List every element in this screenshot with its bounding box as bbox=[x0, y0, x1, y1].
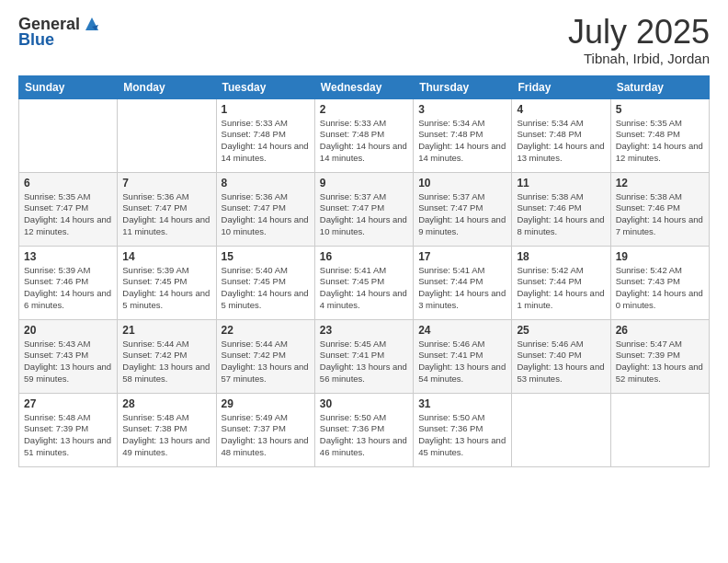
day-info: Sunrise: 5:43 AM Sunset: 7:43 PM Dayligh… bbox=[24, 339, 112, 385]
day-number: 5 bbox=[616, 103, 704, 116]
day-info: Sunrise: 5:39 AM Sunset: 7:46 PM Dayligh… bbox=[24, 265, 112, 312]
calendar-cell: 1Sunrise: 5:33 AM Sunset: 7:48 PM Daylig… bbox=[216, 98, 314, 172]
day-info: Sunrise: 5:35 AM Sunset: 7:47 PM Dayligh… bbox=[24, 191, 112, 238]
calendar-cell: 15Sunrise: 5:40 AM Sunset: 7:45 PM Dayli… bbox=[216, 246, 314, 319]
calendar-cell: 24Sunrise: 5:46 AM Sunset: 7:41 PM Dayli… bbox=[414, 319, 512, 393]
week-row-0: 1Sunrise: 5:33 AM Sunset: 7:48 PM Daylig… bbox=[19, 98, 710, 172]
week-row-4: 27Sunrise: 5:48 AM Sunset: 7:39 PM Dayli… bbox=[19, 393, 710, 466]
day-number: 31 bbox=[418, 397, 506, 410]
header: General Blue July 2025 Tibnah, Irbid, Jo… bbox=[18, 14, 710, 66]
calendar-cell bbox=[512, 393, 610, 466]
day-info: Sunrise: 5:34 AM Sunset: 7:48 PM Dayligh… bbox=[517, 118, 605, 165]
day-number: 4 bbox=[517, 103, 605, 116]
day-info: Sunrise: 5:45 AM Sunset: 7:41 PM Dayligh… bbox=[320, 339, 408, 385]
day-info: Sunrise: 5:44 AM Sunset: 7:42 PM Dayligh… bbox=[122, 339, 210, 385]
day-info: Sunrise: 5:37 AM Sunset: 7:47 PM Dayligh… bbox=[320, 191, 408, 238]
day-info: Sunrise: 5:50 AM Sunset: 7:36 PM Dayligh… bbox=[320, 412, 408, 459]
header-wednesday: Wednesday bbox=[314, 75, 413, 98]
day-number: 12 bbox=[616, 177, 704, 190]
calendar-cell: 22Sunrise: 5:44 AM Sunset: 7:42 PM Dayli… bbox=[216, 319, 314, 393]
calendar-cell: 2Sunrise: 5:33 AM Sunset: 7:48 PM Daylig… bbox=[314, 98, 413, 172]
calendar-cell bbox=[19, 98, 118, 172]
calendar-cell: 12Sunrise: 5:38 AM Sunset: 7:46 PM Dayli… bbox=[610, 172, 709, 246]
day-info: Sunrise: 5:47 AM Sunset: 7:39 PM Dayligh… bbox=[616, 339, 704, 385]
header-thursday: Thursday bbox=[414, 75, 512, 98]
calendar-cell: 3Sunrise: 5:34 AM Sunset: 7:48 PM Daylig… bbox=[414, 98, 512, 172]
week-row-3: 20Sunrise: 5:43 AM Sunset: 7:43 PM Dayli… bbox=[19, 319, 710, 393]
day-number: 15 bbox=[222, 250, 310, 263]
calendar-cell: 9Sunrise: 5:37 AM Sunset: 7:47 PM Daylig… bbox=[314, 172, 413, 246]
day-number: 13 bbox=[24, 250, 112, 263]
day-info: Sunrise: 5:41 AM Sunset: 7:44 PM Dayligh… bbox=[418, 265, 506, 312]
calendar-cell: 26Sunrise: 5:47 AM Sunset: 7:39 PM Dayli… bbox=[610, 319, 709, 393]
calendar-cell: 19Sunrise: 5:42 AM Sunset: 7:43 PM Dayli… bbox=[610, 246, 709, 319]
day-number: 16 bbox=[320, 250, 408, 263]
day-info: Sunrise: 5:44 AM Sunset: 7:42 PM Dayligh… bbox=[222, 339, 310, 385]
day-number: 10 bbox=[418, 177, 506, 190]
day-number: 23 bbox=[320, 324, 408, 337]
calendar-cell: 25Sunrise: 5:46 AM Sunset: 7:40 PM Dayli… bbox=[512, 319, 610, 393]
day-info: Sunrise: 5:37 AM Sunset: 7:47 PM Dayligh… bbox=[418, 191, 506, 238]
logo-icon bbox=[82, 14, 102, 34]
day-number: 14 bbox=[122, 250, 210, 263]
calendar-cell bbox=[610, 393, 709, 466]
calendar-cell: 21Sunrise: 5:44 AM Sunset: 7:42 PM Dayli… bbox=[118, 319, 216, 393]
day-number: 24 bbox=[418, 324, 506, 337]
day-number: 11 bbox=[517, 177, 605, 190]
day-info: Sunrise: 5:38 AM Sunset: 7:46 PM Dayligh… bbox=[616, 191, 704, 238]
day-number: 9 bbox=[320, 177, 408, 190]
calendar-cell: 28Sunrise: 5:48 AM Sunset: 7:38 PM Dayli… bbox=[118, 393, 216, 466]
header-friday: Friday bbox=[512, 75, 610, 98]
calendar-cell: 6Sunrise: 5:35 AM Sunset: 7:47 PM Daylig… bbox=[19, 172, 118, 246]
day-info: Sunrise: 5:34 AM Sunset: 7:48 PM Dayligh… bbox=[418, 118, 506, 165]
day-number: 19 bbox=[616, 250, 704, 263]
day-number: 6 bbox=[24, 177, 112, 190]
header-monday: Monday bbox=[118, 75, 216, 98]
calendar-cell: 5Sunrise: 5:35 AM Sunset: 7:48 PM Daylig… bbox=[610, 98, 709, 172]
calendar-cell: 17Sunrise: 5:41 AM Sunset: 7:44 PM Dayli… bbox=[414, 246, 512, 319]
page: General Blue July 2025 Tibnah, Irbid, Jo… bbox=[0, 0, 728, 563]
header-saturday: Saturday bbox=[610, 75, 709, 98]
day-info: Sunrise: 5:36 AM Sunset: 7:47 PM Dayligh… bbox=[222, 191, 310, 238]
calendar-cell: 13Sunrise: 5:39 AM Sunset: 7:46 PM Dayli… bbox=[19, 246, 118, 319]
logo-blue-text: Blue bbox=[18, 30, 54, 50]
day-number: 7 bbox=[122, 177, 210, 190]
day-number: 21 bbox=[122, 324, 210, 337]
day-info: Sunrise: 5:33 AM Sunset: 7:48 PM Dayligh… bbox=[222, 118, 310, 165]
calendar-cell: 31Sunrise: 5:50 AM Sunset: 7:36 PM Dayli… bbox=[414, 393, 512, 466]
calendar-cell: 27Sunrise: 5:48 AM Sunset: 7:39 PM Dayli… bbox=[19, 393, 118, 466]
calendar-cell: 14Sunrise: 5:39 AM Sunset: 7:45 PM Dayli… bbox=[118, 246, 216, 319]
day-number: 17 bbox=[418, 250, 506, 263]
week-row-2: 13Sunrise: 5:39 AM Sunset: 7:46 PM Dayli… bbox=[19, 246, 710, 319]
calendar-cell: 8Sunrise: 5:36 AM Sunset: 7:47 PM Daylig… bbox=[216, 172, 314, 246]
calendar-cell: 23Sunrise: 5:45 AM Sunset: 7:41 PM Dayli… bbox=[314, 319, 413, 393]
day-info: Sunrise: 5:48 AM Sunset: 7:39 PM Dayligh… bbox=[24, 412, 112, 459]
day-info: Sunrise: 5:38 AM Sunset: 7:46 PM Dayligh… bbox=[517, 191, 605, 238]
day-info: Sunrise: 5:35 AM Sunset: 7:48 PM Dayligh… bbox=[616, 118, 704, 165]
day-info: Sunrise: 5:41 AM Sunset: 7:45 PM Dayligh… bbox=[320, 265, 408, 312]
day-number: 8 bbox=[222, 177, 310, 190]
day-number: 30 bbox=[320, 397, 408, 410]
day-number: 1 bbox=[222, 103, 310, 116]
calendar-cell: 18Sunrise: 5:42 AM Sunset: 7:44 PM Dayli… bbox=[512, 246, 610, 319]
day-info: Sunrise: 5:49 AM Sunset: 7:37 PM Dayligh… bbox=[222, 412, 310, 459]
day-info: Sunrise: 5:46 AM Sunset: 7:40 PM Dayligh… bbox=[517, 339, 605, 385]
calendar: Sunday Monday Tuesday Wednesday Thursday… bbox=[18, 75, 710, 467]
day-info: Sunrise: 5:50 AM Sunset: 7:36 PM Dayligh… bbox=[418, 412, 506, 459]
calendar-cell: 20Sunrise: 5:43 AM Sunset: 7:43 PM Dayli… bbox=[19, 319, 118, 393]
day-info: Sunrise: 5:36 AM Sunset: 7:47 PM Dayligh… bbox=[122, 191, 210, 238]
day-number: 28 bbox=[122, 397, 210, 410]
calendar-cell: 16Sunrise: 5:41 AM Sunset: 7:45 PM Dayli… bbox=[314, 246, 413, 319]
month-title: July 2025 bbox=[568, 14, 710, 51]
day-number: 22 bbox=[222, 324, 310, 337]
day-number: 25 bbox=[517, 324, 605, 337]
week-row-1: 6Sunrise: 5:35 AM Sunset: 7:47 PM Daylig… bbox=[19, 172, 710, 246]
day-info: Sunrise: 5:48 AM Sunset: 7:38 PM Dayligh… bbox=[122, 412, 210, 459]
calendar-cell: 10Sunrise: 5:37 AM Sunset: 7:47 PM Dayli… bbox=[414, 172, 512, 246]
day-info: Sunrise: 5:40 AM Sunset: 7:45 PM Dayligh… bbox=[222, 265, 310, 312]
day-info: Sunrise: 5:42 AM Sunset: 7:44 PM Dayligh… bbox=[517, 265, 605, 312]
day-info: Sunrise: 5:39 AM Sunset: 7:45 PM Dayligh… bbox=[122, 265, 210, 312]
calendar-cell: 29Sunrise: 5:49 AM Sunset: 7:37 PM Dayli… bbox=[216, 393, 314, 466]
calendar-cell: 30Sunrise: 5:50 AM Sunset: 7:36 PM Dayli… bbox=[314, 393, 413, 466]
weekday-header-row: Sunday Monday Tuesday Wednesday Thursday… bbox=[19, 75, 710, 98]
